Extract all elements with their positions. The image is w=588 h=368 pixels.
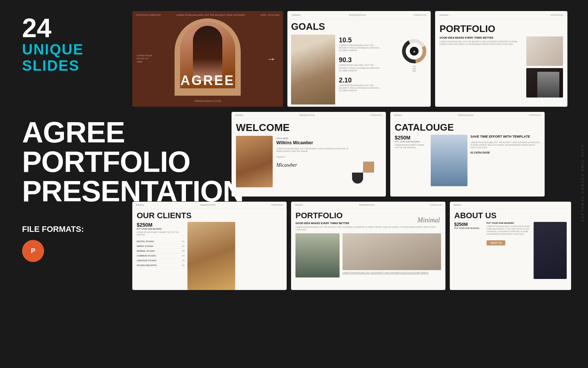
- stat2-desc: LOREM IPSUM AVAILABLE, BUT THEMAJORITY H…: [339, 64, 398, 72]
- port-bot-link: LOREM IPSUM AVAILABLE, BUT THE MAJORITY …: [343, 272, 441, 274]
- donut-pct1: 17% 25% 33%: [412, 66, 416, 72]
- slides-container: PORTFOLIO TEMPLATE LOREM IPSUM AVAILABLE…: [132, 11, 584, 290]
- studio-item-5: CREATIVE STUDIO05: [137, 258, 184, 263]
- left-text2: DOLOR SIT: [137, 57, 152, 60]
- welcome-photo: [236, 136, 273, 187]
- file-formats-label: FILE FORMATS:: [22, 224, 84, 234]
- unique-line2: SLIDES: [22, 57, 84, 74]
- stat2: 90.3 LOREM IPSUM AVAILABLE, BUT THEMAJOR…: [339, 56, 398, 72]
- about-sub: PUT YOUR SUB HEADING: [454, 227, 484, 229]
- cat-price: $250M: [395, 135, 428, 141]
- about-header: MINIMAL: [450, 202, 571, 209]
- clients-header: MINIMAL PRESENTATION PORTFOLIO: [132, 202, 287, 209]
- slide-agree[interactable]: PORTFOLIO TEMPLATE LOREM IPSUM AVAILABLE…: [132, 11, 283, 107]
- port-bot-desc: LOREM IPSUM AVAILABLE, BUT THE MAJORITY …: [291, 226, 445, 231]
- goals-header-center: PRESENTATION: [349, 14, 366, 16]
- clients-left: $250M PUT YOUR SUB HEADING LOREM IPSUM I…: [137, 222, 184, 290]
- cat-image: [431, 135, 467, 186]
- slide-portfolio-bot[interactable]: MINIMAL PRESENTATION PORTFOLIO PORTFOLIO…: [291, 202, 445, 290]
- clients-lorem: LOREM IPSUM IS SIMPLY DUMMY TEXT OF THE …: [137, 231, 184, 236]
- signature-dash: -: [276, 159, 348, 162]
- agree-title: AGREE: [180, 73, 235, 88]
- welcome-geo: [352, 136, 381, 187]
- about-right: PUT YOUR SUB HEADING LOREM IPSUM AVAILAB…: [487, 222, 531, 279]
- studio-num-4: 04: [182, 255, 184, 257]
- bottle-shape: [537, 72, 559, 98]
- welcome-info: TITLE HERE Wilkins Micawber LOREM IPSUM …: [276, 136, 348, 187]
- client-person: [187, 222, 235, 290]
- port-bot-img-right: LOREM IPSUM AVAILABLE, BUT THE MAJORITY …: [343, 233, 441, 277]
- studio-item-3: MINIMAL STUDIO03: [137, 249, 184, 254]
- clients-sub: PUT YOUR SUB HEADING: [137, 228, 184, 230]
- welcome-signature: Micawber: [276, 162, 348, 168]
- port-bot-img-big: [295, 233, 340, 277]
- clients-header-right: PORTFOLIO: [271, 204, 283, 206]
- cat-left: $250M PUT YOUR SUB HEADING LOREM IPSUM I…: [395, 135, 428, 186]
- cat-header-left: MINIMAL: [394, 114, 402, 116]
- studio-item-6: STUDIO INDUSTRY06: [137, 263, 184, 268]
- goals-title: GOALS: [291, 21, 427, 32]
- port-top-desc: LOREM IPSUM AVAILABLE, BUT THE MAJORITY …: [440, 40, 523, 46]
- unique-text: UNIQUE SLIDES: [22, 41, 84, 74]
- stat3-num: 2.10: [339, 77, 398, 84]
- welcome-title-here: TITLE HERE: [276, 137, 348, 139]
- welcome-person: [236, 136, 273, 187]
- goals-stats: 10.5 LOREM IPSUM AVAILABLE, BUT THEMAJOR…: [339, 35, 398, 105]
- goals-person: [291, 35, 335, 105]
- slide-goals[interactable]: MINIMAL PRESENTATION PORTFOLIO GOALS 10.…: [287, 11, 431, 107]
- port-top-header-left: MINIMAL: [440, 14, 449, 16]
- welcome-header: MINIMAL PRESENTATION PORTFOLIO: [232, 112, 386, 119]
- slide-catalogue[interactable]: MINIMAL PRESENTATION PORTFOLIO CATALOUGE…: [390, 112, 545, 197]
- cat-save-time: SAVE TIME EFFORT WITH TEMPLATE: [470, 135, 540, 139]
- port-bot-header-center: PRESENTATION: [359, 204, 374, 206]
- welcome-name: Wilkins Micawber: [276, 140, 348, 145]
- cat-person: [431, 135, 467, 186]
- agree-header-left: PORTFOLIO TEMPLATE: [136, 14, 161, 16]
- clients-header-center: PRESENTATION: [200, 204, 216, 206]
- studio-num-6: 06: [182, 264, 184, 266]
- port-top-subtitle: GOOD IDEA MAKES EVERY THING BETTER: [440, 36, 523, 39]
- welcome-title: WELCOME: [232, 119, 386, 136]
- slide-portfolio-top[interactable]: MINIMAL PORTFOLIO PORTFOLIO GOOD IDEA MA…: [435, 11, 567, 107]
- studio-num-3: 03: [182, 250, 184, 252]
- unique-line1: UNIQUE: [22, 41, 84, 57]
- left-text1: LOREM IPSUM: [137, 54, 152, 57]
- slide-about[interactable]: MINIMAL ABOUT US $250M PUT YOUR SUB HEAD…: [450, 202, 571, 290]
- client-photo: [187, 222, 235, 290]
- ppt-letter: P: [31, 247, 35, 255]
- port-top-header: MINIMAL PORTFOLIO: [435, 11, 567, 20]
- row2: MINIMAL PRESENTATION PORTFOLIO WELCOME T…: [132, 112, 584, 197]
- cat-header-center: PRESENTATION: [458, 114, 474, 116]
- goals-header: MINIMAL PRESENTATION PORTFOLIO: [287, 11, 431, 20]
- port-bot-content: LOREM IPSUM AVAILABLE, BUT THE MAJORITY …: [291, 233, 445, 277]
- cat-header: MINIMAL PRESENTATION PORTFOLIO: [390, 112, 545, 119]
- about-header-left: MINIMAL: [453, 204, 462, 206]
- slide-clients[interactable]: MINIMAL PRESENTATION PORTFOLIO OUR CLIEN…: [132, 202, 287, 290]
- agree-bottom: WWW.EXAMPLE.COM: [194, 100, 221, 102]
- studio-name-6: STUDIO INDUSTRY: [137, 264, 157, 266]
- about-left: $250M PUT YOUR SUB HEADING: [454, 222, 484, 279]
- about-btn[interactable]: ABOUT US: [487, 240, 505, 245]
- port-top-title: PORTFOLIO: [435, 20, 567, 36]
- studio-item-2: SMART STUDIO02: [137, 244, 184, 249]
- about-price: $250M: [454, 222, 484, 227]
- donut-area: ★ 17% 25% 33%: [401, 35, 427, 105]
- about-person: [534, 222, 567, 279]
- minimal-script: Minimal: [417, 216, 440, 224]
- stat3: 2.10 LOREM IPSUM AVAILABLE, BUT THEMAJOR…: [339, 77, 398, 92]
- row3: MINIMAL PRESENTATION PORTFOLIO OUR CLIEN…: [132, 202, 584, 290]
- studio-name-3: MINIMAL STUDIO: [137, 250, 155, 252]
- goals-header-right: PORTFOLIO: [413, 14, 426, 16]
- port-bot-photo2: [343, 233, 441, 270]
- port-top-content: GOOD IDEA MAKES EVERY THING BETTER LOREM…: [435, 36, 567, 98]
- geo-semi: [352, 173, 363, 184]
- slide-welcome[interactable]: MINIMAL PRESENTATION PORTFOLIO WELCOME T…: [232, 112, 386, 197]
- about-put-sub: PUT YOUR SUB HEADING: [487, 222, 531, 224]
- welcome-header-center: PRESENTATION: [300, 114, 315, 116]
- about-title: ABOUT US: [450, 209, 571, 222]
- row1: PORTFOLIO TEMPLATE LOREM IPSUM AVAILABLE…: [132, 11, 584, 107]
- clients-content: $250M PUT YOUR SUB HEADING LOREM IPSUM I…: [132, 222, 287, 290]
- cat-title: CATALOUGE: [390, 119, 545, 135]
- welcome-content: TITLE HERE Wilkins Micawber LOREM IPSUM …: [232, 136, 386, 187]
- cat-lorem: LOREM IPSUM IS SIMPLY DUMMY TEXT OF THE …: [395, 144, 428, 149]
